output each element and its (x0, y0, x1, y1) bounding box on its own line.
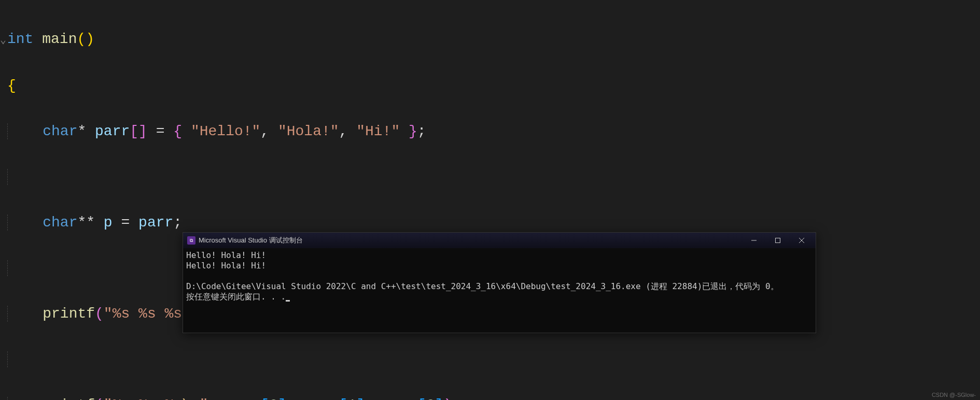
func-printf: printf (43, 306, 95, 322)
bracket: ] (278, 397, 287, 400)
number: 1 (347, 397, 356, 400)
ptr-star: * (77, 123, 86, 139)
paren: () (77, 31, 94, 47)
ident-parr: parr (95, 123, 130, 139)
string-hi: "Hi!" (356, 123, 400, 139)
code-editor[interactable]: ⌄int main() { char* parr[] = { "Hello!",… (0, 0, 980, 400)
quote: " (104, 306, 113, 322)
cursor-icon (286, 300, 290, 302)
quote: " (200, 397, 208, 400)
ptr-star: ** (77, 215, 95, 231)
output-line: Hello! Hola! Hi! (186, 261, 266, 270)
string-hello: "Hello!" (191, 123, 260, 139)
console-titlebar[interactable]: ⧉ Microsoft Visual Studio 调试控制台 (183, 233, 816, 248)
bracket: ] (356, 397, 365, 400)
semicolon: ; (417, 123, 426, 139)
init-open: { (173, 123, 191, 139)
paren-open: ( (95, 397, 104, 400)
func-main: main (42, 31, 77, 47)
minimize-button[interactable] (742, 233, 766, 248)
equals: = (147, 123, 173, 139)
keyword-char: char (43, 215, 77, 231)
brackets: [] (130, 123, 147, 139)
ident-parr: parr (226, 397, 260, 400)
maximize-button[interactable] (766, 233, 790, 248)
keyword-int: int (7, 31, 33, 47)
escape-newline: \n (182, 397, 200, 400)
debug-console-window[interactable]: ⧉ Microsoft Visual Studio 调试控制台 Hello! H… (183, 232, 816, 333)
format-string: %s %s %s (113, 397, 182, 400)
console-title: Microsoft Visual Studio 调试控制台 (199, 236, 742, 245)
func-printf: printf (43, 397, 95, 400)
open-brace: { (7, 78, 16, 94)
comma: , (208, 397, 226, 400)
bracket: ] (435, 397, 444, 400)
init-close: } (400, 123, 417, 139)
close-button[interactable] (790, 233, 814, 248)
comma: , (287, 397, 304, 400)
bracket: [ (260, 397, 269, 400)
ident-p: p (104, 215, 113, 231)
ident-parr: parr (304, 397, 339, 400)
keyword-char: char (43, 123, 77, 139)
ident-parr: parr (138, 215, 173, 231)
string-hola: "Hola!" (278, 123, 339, 139)
vs-icon: ⧉ (187, 236, 195, 245)
semicolon: ; (173, 215, 182, 231)
exit-line: D:\Code\Gitee\Visual Studio 2022\C and C… (186, 281, 779, 291)
bracket: [ (417, 397, 426, 400)
paren-close: ) (443, 397, 452, 400)
press-key-line: 按任意键关闭此窗口. . . (186, 292, 286, 302)
svg-rect-1 (776, 238, 780, 243)
paren-open: ( (95, 306, 104, 322)
semicolon: ; (452, 397, 461, 400)
comma: , (365, 397, 383, 400)
format-string: %s %s %s (113, 306, 182, 322)
number: 0 (269, 397, 278, 400)
quote: " (104, 397, 113, 400)
equals: = (113, 215, 138, 231)
bracket: [ (339, 397, 348, 400)
output-line: Hello! Hola! Hi! (186, 250, 266, 260)
ident-parr: parr (383, 397, 417, 400)
fold-chevron-icon[interactable]: ⌄ (0, 29, 7, 52)
watermark: CSDN @-SGlow- (932, 392, 976, 398)
console-output[interactable]: Hello! Hola! Hi! Hello! Hola! Hi! D:\Cod… (183, 248, 816, 304)
comma: , (260, 123, 278, 139)
comma: , (339, 123, 357, 139)
number: 2 (426, 397, 435, 400)
